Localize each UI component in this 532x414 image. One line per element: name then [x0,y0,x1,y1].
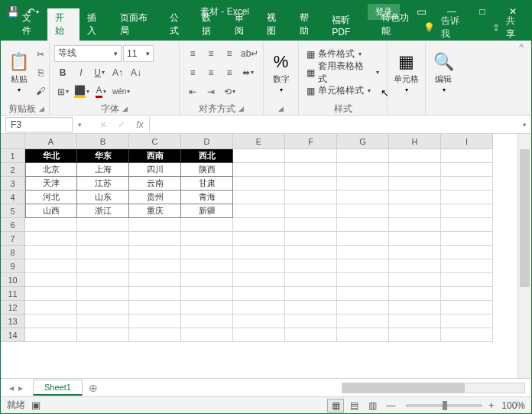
dialog-launcher-icon[interactable]: ◢ [39,105,44,112]
cell[interactable]: 甘肃 [181,177,233,191]
cell[interactable] [389,232,441,246]
cell[interactable] [441,191,493,204]
cell[interactable] [337,315,389,328]
cell[interactable]: 贵州 [129,191,181,204]
row-header[interactable]: 12 [1,301,25,315]
cell[interactable] [285,301,337,315]
row-header[interactable]: 5 [1,204,25,218]
cell[interactable] [389,177,441,191]
cell[interactable] [389,315,441,328]
cell[interactable] [441,273,493,287]
cell[interactable] [441,163,493,177]
cell[interactable] [129,218,181,232]
cell[interactable] [129,328,181,342]
cell[interactable] [337,287,389,301]
cell[interactable] [285,246,337,259]
col-header[interactable]: A [25,134,77,149]
cell[interactable] [441,315,493,328]
fill-color-button[interactable]: ⬛▾ [73,83,91,100]
cell[interactable] [285,218,337,232]
tab-file[interactable]: 文件 [15,8,47,41]
cell[interactable] [285,232,337,246]
cell[interactable] [129,301,181,315]
name-box[interactable]: F3 [5,117,73,132]
cell[interactable] [77,259,129,273]
cell[interactable] [77,218,129,232]
col-header[interactable]: B [77,134,129,149]
cell[interactable] [25,328,77,342]
tab-help[interactable]: 帮助 [292,8,325,41]
align-bottom-icon[interactable]: ≡ [221,45,238,62]
tab-formula[interactable]: 公式 [162,8,195,41]
cell[interactable]: 山西 [25,204,77,218]
cell[interactable] [233,204,285,218]
cell[interactable] [285,191,337,204]
italic-button[interactable]: I [73,64,89,81]
cell[interactable] [77,287,129,301]
dialog-launcher-icon[interactable]: ◢ [238,105,244,112]
cell[interactable] [25,287,77,301]
page-break-view-icon[interactable]: ▥ [364,399,381,412]
cell[interactable] [129,259,181,273]
expand-fbar-icon[interactable]: ▾ [517,121,531,129]
sheet-nav-prev-icon[interactable]: ◂ [9,383,14,393]
cell[interactable] [233,177,285,191]
cell[interactable] [25,315,77,328]
decrease-indent-icon[interactable]: ⇤ [184,83,201,100]
zoom-level[interactable]: 100% [501,400,525,411]
cell[interactable] [25,259,77,273]
cell[interactable] [25,218,77,232]
cell[interactable] [233,287,285,301]
cell[interactable] [181,287,233,301]
cell[interactable] [337,328,389,342]
cell[interactable] [389,149,441,163]
cell[interactable] [181,315,233,328]
cell[interactable] [389,259,441,273]
row-header[interactable]: 2 [1,163,25,177]
macro-record-icon[interactable]: ▣ [31,399,41,411]
tab-review[interactable]: 审阅 [227,8,260,41]
col-header[interactable]: G [337,134,389,149]
tab-insert[interactable]: 插入 [79,8,112,41]
paste-button[interactable]: 📋 粘贴 ▾ [8,45,29,100]
cell[interactable] [25,273,77,287]
zoom-slider[interactable] [406,404,482,407]
cell[interactable] [233,259,285,273]
align-left-icon[interactable]: ≡ [184,64,201,81]
cell[interactable] [389,328,441,342]
cell[interactable] [389,287,441,301]
cell[interactable] [129,315,181,328]
merge-button[interactable]: ⬌▾ [239,64,256,81]
cell[interactable] [389,218,441,232]
select-all-corner[interactable] [1,134,25,149]
enter-formula-icon[interactable]: ✓ [112,117,131,132]
formula-bar[interactable] [149,117,517,132]
cell[interactable] [77,315,129,328]
shrink-font-button[interactable]: A↓ [128,64,144,81]
cell[interactable] [77,273,129,287]
cell[interactable] [389,191,441,204]
page-layout-view-icon[interactable]: ▤ [345,399,362,412]
cell[interactable]: 河北 [25,191,77,204]
cell[interactable] [389,246,441,259]
increase-indent-icon[interactable]: ⇥ [203,83,219,100]
row-header[interactable]: 13 [1,315,25,328]
cell[interactable] [285,328,337,342]
cell[interactable] [181,328,233,342]
phonetic-button[interactable]: wén▾ [111,83,131,100]
cell[interactable] [285,204,337,218]
cell[interactable]: 青海 [181,191,233,204]
cell[interactable] [233,273,285,287]
cell[interactable] [337,246,389,259]
cell[interactable] [285,287,337,301]
cell[interactable] [441,218,493,232]
format-painter-icon[interactable]: 🖌 [32,83,49,99]
font-size-combo[interactable]: 11▾ [123,45,154,62]
dialog-launcher-icon[interactable]: ◢ [122,105,128,112]
cell[interactable]: 陕西 [181,163,233,177]
tab-data[interactable]: 数据 [194,8,227,41]
redo-icon[interactable]: ↷▾ [44,2,62,21]
col-header[interactable]: H [389,134,441,149]
align-top-icon[interactable]: ≡ [184,45,201,62]
wrap-text-icon[interactable]: ab↵ [239,45,260,62]
